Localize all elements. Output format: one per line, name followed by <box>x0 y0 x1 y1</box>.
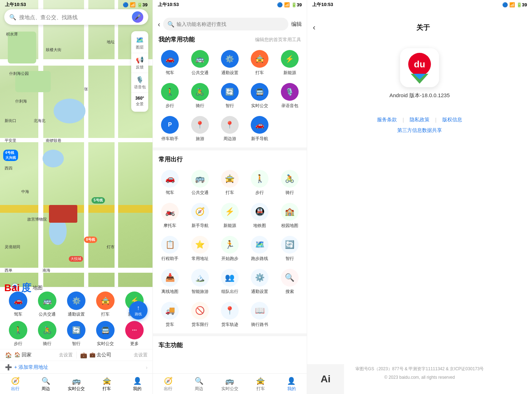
privacy-link[interactable]: 隐私政策 <box>410 117 430 123</box>
quick-icon-commute[interactable]: ⚙️ 通勤设置 <box>63 292 89 317</box>
ct-drive[interactable]: 🚗 驾车 <box>156 167 184 199</box>
home-set-btn[interactable]: 去设置 <box>59 352 73 358</box>
ct-group-label: 组队出行 <box>221 289 238 295</box>
quick-icon-smart[interactable]: 🔄 智行 <box>63 321 89 347</box>
ct-truck-track[interactable]: 📍 货车轨迹 <box>216 299 244 331</box>
nav-tab-taxi[interactable]: 🚖 打车 <box>92 374 122 394</box>
func-nearby[interactable]: 📍 周边游 <box>216 113 244 145</box>
func-realbus[interactable]: 🚍 实时公交 <box>245 80 274 112</box>
ct-metro[interactable]: 🚇 地铁图 <box>245 200 274 232</box>
mid-nav-realbus[interactable]: 🚌 实时公交 <box>215 374 245 394</box>
ct-fav-addr[interactable]: ⭐ 常用地址 <box>185 233 214 265</box>
copyright-link[interactable]: 版权信息 <box>442 117 462 123</box>
nav-tab-nearby[interactable]: 🔍 周边 <box>31 374 61 394</box>
common-travel-grid: 🚗 驾车 🚌 公共交通 🚖 打车 🚶 步行 🚴 骑行 🏍️ 摩托车 <box>153 167 307 333</box>
func-commute[interactable]: ⚙️ 通勤设置 <box>216 47 244 79</box>
my-functions-header: 我的常用功能 编辑您的首页常用工具 <box>153 30 307 47</box>
nav-tab-trip[interactable]: 🧭 出行 <box>0 374 31 394</box>
ct-walk[interactable]: 🚶 步行 <box>245 167 274 199</box>
left-search-bar[interactable]: 🔍 🎤 <box>4 9 148 25</box>
toolbar-layers[interactable]: 🗺️ 图层 <box>131 33 148 53</box>
home-item[interactable]: 🏠 🏠 回家 <box>5 352 59 359</box>
ct-smart-travel[interactable]: 🏔️ 智能旅游 <box>185 266 214 298</box>
func-novice[interactable]: 🚗 新手导航 <box>245 113 274 145</box>
func-drive[interactable]: 🚗 驾车 <box>156 47 184 79</box>
app-icon: du <box>400 48 439 87</box>
mid-nav-trip[interactable]: 🧭 出行 <box>153 374 184 394</box>
func-nearby-icon: 📍 <box>221 116 239 134</box>
quick-icon-taxi[interactable]: 🚖 打车 <box>92 292 118 317</box>
ct-commute-set[interactable]: ⚙️ 通勤设置 <box>245 266 274 298</box>
terms-link[interactable]: 服务条款 <box>377 117 397 123</box>
toolbar-feedback[interactable]: 📢 反馈 <box>131 53 148 73</box>
mid-nav-nearby[interactable]: 🔍 周边 <box>184 374 215 394</box>
quick-icon-drive[interactable]: 🚗 驾车 <box>5 292 31 317</box>
route-fab[interactable]: ↑ 路线 <box>129 301 148 320</box>
ct-truck[interactable]: 🚚 货车 <box>156 299 184 331</box>
nav-tab-realbus[interactable]: 🚌 实时公交 <box>61 374 92 394</box>
add-address-row[interactable]: ➕ + 添加常用地址 › <box>0 361 153 373</box>
mid-taxi-label: 打车 <box>256 386 265 392</box>
ct-run[interactable]: 🏃 开始跑步 <box>216 233 244 265</box>
third-party-link[interactable]: 第三方信息数据共享 <box>397 127 442 134</box>
road-h2 <box>0 138 153 142</box>
ct-bike[interactable]: 🚴 骑行 <box>276 167 304 199</box>
func-taxi[interactable]: 🚖 打车 <box>245 47 274 79</box>
ct-run-route[interactable]: 🗺️ 跑步路线 <box>245 233 274 265</box>
mid-nav-taxi[interactable]: 🚖 打车 <box>245 374 276 394</box>
ct-trip[interactable]: 📋 行程助手 <box>156 233 184 265</box>
quick-icon-bus[interactable]: 🚌 公共交通 <box>34 292 60 317</box>
mid-back-button[interactable]: ‹ <box>158 20 160 28</box>
toolbar-voice[interactable]: 🎙️ 语音包 <box>131 73 148 93</box>
func-voice[interactable]: 🎙️ 录语音包 <box>276 80 304 112</box>
mid-search-input[interactable] <box>177 21 284 27</box>
func-transit[interactable]: 🚌 公共交通 <box>185 47 214 79</box>
quick-icon-more[interactable]: ··· 更多 <box>121 321 148 347</box>
ct-campus[interactable]: 🏫 校园地图 <box>276 200 304 232</box>
ct-taxi[interactable]: 🚖 打车 <box>216 167 244 199</box>
legal-divider-1: | <box>403 117 404 123</box>
quick-icons-row2: 🚶 步行 🚴 骑行 🔄 智行 🚍 实时公交 ··· 更多 <box>0 320 153 349</box>
func-ev[interactable]: ⚡ 新能源 <box>276 47 304 79</box>
bike-icon-circle: 🚴 <box>38 321 56 339</box>
nav-tab-mine[interactable]: 👤 我的 <box>122 374 153 394</box>
ct-offline[interactable]: 📥 离线地图 <box>156 266 184 298</box>
mid-search-box[interactable]: 🔍 <box>163 18 288 30</box>
func-drive-label: 驾车 <box>166 70 174 76</box>
func-commute-icon: ⚙️ <box>221 50 239 68</box>
ct-truck-restrict[interactable]: 🚫 货车限行 <box>185 299 214 331</box>
label-xinjiekou: 新街口 <box>5 118 16 123</box>
ct-search-icon: 🔍 <box>281 269 299 287</box>
func-walk[interactable]: 🚶 步行 <box>156 80 184 112</box>
func-transit-icon: 🚌 <box>191 50 209 68</box>
func-bike[interactable]: 🚴 骑行 <box>185 80 214 112</box>
ct-commute-set-icon: ⚙️ <box>251 269 268 287</box>
func-parking[interactable]: P 停车助手 <box>156 113 184 145</box>
ct-group[interactable]: 👥 组队出行 <box>216 266 244 298</box>
func-smart[interactable]: 🔄 智行 <box>216 80 244 112</box>
right-back-button[interactable]: ‹ <box>313 23 315 32</box>
quick-icon-walk[interactable]: 🚶 步行 <box>5 321 31 347</box>
ct-novice[interactable]: 🧭 新手导航 <box>185 200 214 232</box>
func-drive-icon: 🚗 <box>161 50 179 68</box>
mid-realbus-label: 实时公交 <box>221 386 238 392</box>
mid-nav-mine[interactable]: 👤 我的 <box>276 374 307 394</box>
voice-button[interactable]: 🎤 <box>132 11 143 23</box>
toolbar-360[interactable]: 360° 全景 <box>131 93 148 110</box>
ct-ev[interactable]: ⚡ 新能源 <box>216 200 244 232</box>
quick-icon-realbus[interactable]: 🚍 实时公交 <box>92 321 118 347</box>
work-set-btn[interactable]: 去设置 <box>134 352 148 358</box>
search-input-left[interactable] <box>19 14 129 20</box>
ct-fav-addr-icon: ⭐ <box>191 236 209 254</box>
ct-search[interactable]: 🔍 搜索 <box>276 266 304 298</box>
mid-scroll-content: 我的常用功能 编辑您的首页常用工具 🚗 驾车 🚌 公共交通 ⚙️ 通勤设置 🚖 … <box>153 30 307 394</box>
work-item[interactable]: 💼 💼 去公司 <box>80 352 134 359</box>
func-travel[interactable]: 📍 旅游 <box>185 113 214 145</box>
mid-edit-button[interactable]: 编辑 <box>291 21 302 28</box>
ct-moto[interactable]: 🏍️ 摩托车 <box>156 200 184 232</box>
ct-transit[interactable]: 🚌 公共交通 <box>185 167 214 199</box>
quick-icon-bike[interactable]: 🚴 骑行 <box>34 321 60 347</box>
label-gulou: 鼓楼大街 <box>46 47 61 52</box>
ct-ride-book[interactable]: 📖 骑行路书 <box>245 299 274 331</box>
ct-zhi[interactable]: 🔄 智行 <box>276 233 304 265</box>
